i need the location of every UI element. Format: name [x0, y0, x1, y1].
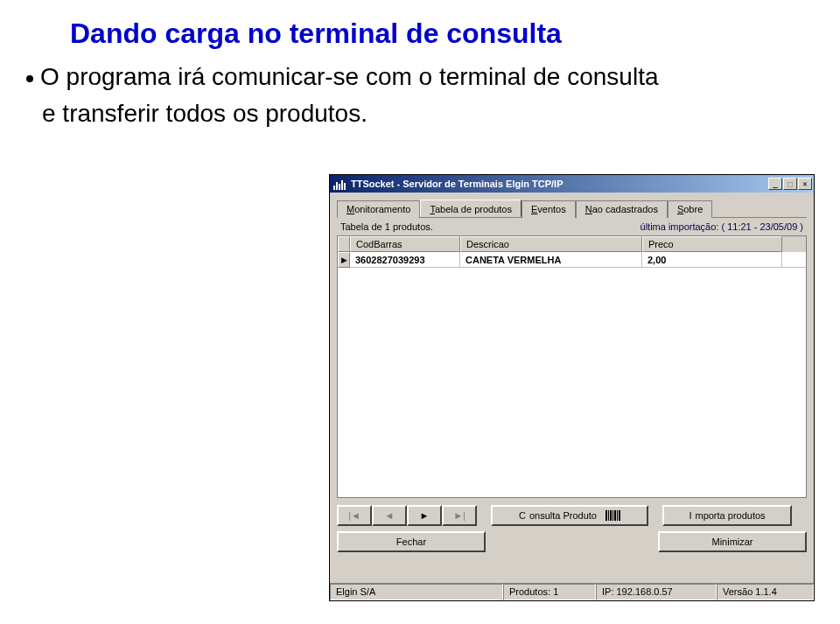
tab-tabela-produtos[interactable]: Tabela de produtos	[420, 200, 522, 217]
bullet-text-line2: e transferir todos os produtos.	[0, 95, 840, 132]
statusbar: Elgin S/A Produtos: 1 IP: 192.168.0.57 V…	[330, 583, 814, 600]
fechar-button[interactable]: Fechar	[337, 531, 486, 552]
nav-first-button[interactable]: |◄	[337, 505, 372, 526]
row-marker-icon: ▶	[338, 252, 350, 268]
tab-label: abela de produtos	[435, 204, 512, 214]
bullet-text-1: O programa irá comunicar-se com o termin…	[40, 63, 659, 90]
barcode-icon	[606, 510, 620, 521]
tabs: Monitoramento Tabela de produtos Eventos…	[337, 200, 807, 218]
table-count-label: Tabela de 1 produtos.	[340, 221, 433, 232]
col-header-codbarras[interactable]: CodBarras	[350, 236, 460, 252]
tab-label: ventos	[537, 204, 565, 214]
col-header-descricao[interactable]: Descricao	[460, 236, 642, 252]
consulta-label: onsulta Produto	[529, 510, 597, 521]
status-ip: IP: 192.168.0.57	[596, 584, 717, 600]
importa-produtos-button[interactable]: Importa produtos	[662, 505, 792, 526]
tab-sobre[interactable]: Sobre	[668, 200, 712, 218]
status-products: Produtos: 1	[503, 584, 596, 600]
bullet-dot-icon	[26, 75, 33, 82]
consulta-produto-button[interactable]: Consulta Produto	[491, 505, 648, 526]
col-header-preco[interactable]: Preco	[642, 236, 782, 252]
table-header: CodBarras Descricao Preco	[338, 236, 806, 252]
bottom-buttons: Fechar Minimizar	[337, 531, 807, 552]
row-marker-header[interactable]	[338, 236, 350, 252]
titlebar[interactable]: TTSocket - Servidor de Terminais Elgin T…	[330, 175, 814, 193]
tab-content: Tabela de 1 produtos. última importação:…	[337, 221, 807, 498]
navigator-toolbar: |◄ ◄ ► ►| Consulta Produto Importa produ…	[337, 505, 807, 526]
bullet-text-line1: O programa irá comunicar-se com o termin…	[0, 59, 840, 95]
tab-monitoramento[interactable]: Monitoramento	[337, 200, 420, 218]
minimize-window-button[interactable]: _	[768, 178, 782, 190]
cell-descricao: CANETA VERMELHA	[460, 252, 642, 268]
tab-label: obre	[683, 204, 703, 214]
status-version: Versão 1.1.4	[717, 584, 814, 600]
products-table: CodBarras Descricao Preco ▶ 360282703929…	[337, 235, 807, 498]
tab-label: ao cadastrados	[592, 204, 658, 214]
nav-last-button[interactable]: ►|	[442, 505, 477, 526]
page-title: Dando carga no terminal de consulta	[0, 0, 840, 59]
app-window: TTSocket - Servidor de Terminais Elgin T…	[329, 174, 815, 601]
bullet-text-2: e transferir todos os produtos.	[42, 100, 368, 127]
close-window-button[interactable]: ✕	[798, 178, 812, 190]
cell-preco: 2,00	[642, 252, 782, 268]
nav-next-button[interactable]: ►	[407, 505, 442, 526]
status-company: Elgin S/A	[330, 584, 503, 600]
tab-nao-cadastrados[interactable]: Nao cadastrados	[576, 200, 668, 218]
last-import-label: última importação: ( 11:21 - 23/05/09 )	[640, 221, 803, 232]
app-icon	[333, 178, 347, 190]
window-title: TTSocket - Servidor de Terminais Elgin T…	[351, 179, 563, 189]
table-row[interactable]: ▶ 3602827039293 CANETA VERMELHA 2,00	[338, 252, 806, 268]
fechar-label: echar	[402, 536, 427, 547]
tab-label: onitoramento	[354, 204, 410, 214]
cell-codbarras: 3602827039293	[350, 252, 460, 268]
nav-prev-button[interactable]: ◄	[372, 505, 407, 526]
minimizar-label: inimizar	[720, 536, 753, 547]
importa-label: mporta produtos	[695, 510, 765, 521]
tab-eventos[interactable]: Eventos	[522, 200, 576, 218]
maximize-window-button: □	[783, 178, 797, 190]
minimizar-button[interactable]: Minimizar	[658, 531, 807, 552]
